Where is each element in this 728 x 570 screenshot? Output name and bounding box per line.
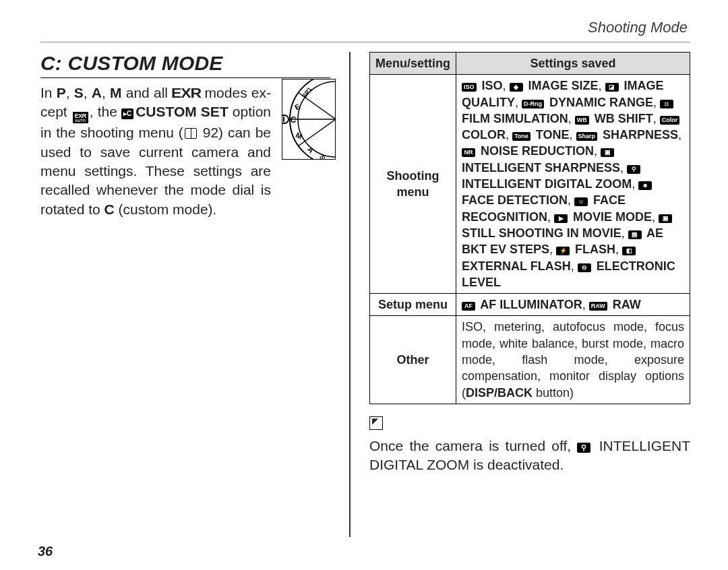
text-sep: , [615, 243, 622, 256]
text-sep: , [549, 243, 556, 256]
setting-label: INTELLI­GENT DIGITAL ZOOM [462, 177, 632, 191]
svg-rect-13 [282, 115, 289, 123]
setting-icon: ☺ [574, 197, 588, 206]
setting-icon: Color [660, 116, 680, 125]
setting-label: WB SHIFT [591, 112, 653, 125]
setting-label: STILL SHOOTING IN MOVIE [462, 226, 621, 240]
mode-c: C [104, 201, 115, 217]
text-sep: , [594, 144, 601, 158]
setting-icon: ◈ [510, 83, 523, 92]
text-sep: , [503, 79, 510, 92]
exr-auto-bot: AUTO [75, 119, 86, 123]
text-sep: , [571, 259, 578, 273]
setting-icon: NR [462, 148, 475, 157]
custom-set-icon: ▸C [121, 108, 133, 119]
text-sep: , [652, 210, 659, 224]
page-ref-icon [185, 128, 197, 139]
setting-label: DYNAMIC RANGE [546, 96, 653, 109]
text-fragment: and all [122, 85, 173, 100]
settings-table: Menu/setting Settings saved Shooting men… [369, 52, 690, 404]
content-columns: C: CUSTOM MODE In P, S, A, M and all EXR… [40, 52, 690, 537]
note-pre: Once the camera is turned off, [369, 438, 577, 453]
note-block: Once the camera is turned off, ⚲ INTELLI… [369, 416, 690, 475]
mode-m: M [110, 85, 122, 100]
text-sep: , [582, 298, 589, 311]
page-number: 36 [38, 544, 53, 559]
exr-logo: EXR [171, 84, 202, 102]
col-header-saved: Settings saved [456, 53, 690, 75]
text-fragment: , the [90, 104, 121, 119]
row-val-shooting: ISO ISO, ◈ IMAGE SIZE, ◪ IMAGE QUAL­ITY,… [456, 75, 690, 294]
setting-icon: ◧ [622, 247, 636, 255]
header-rule [40, 42, 690, 42]
setting-icon: ISO [462, 83, 477, 92]
setting-label: FILM SIMULA­TION [462, 112, 568, 125]
setting-label: EXTERNAL FLASH [462, 259, 571, 273]
text-sep: , [547, 210, 554, 224]
setting-icon: ▣ [659, 214, 672, 223]
page: Shooting Mode C: CUSTOM MODE In P, S, A,… [0, 0, 728, 570]
setting-icon: ▶ [554, 214, 568, 223]
setting-label: AF ILLUMINATOR [477, 298, 582, 311]
text-sep: , [515, 96, 522, 109]
text-sep: , [599, 79, 605, 92]
setting-icon: ◪ [605, 83, 619, 92]
page-ref-number: 92 [198, 125, 218, 140]
section-title: C: CUSTOM MODE [40, 52, 330, 78]
text-sep: , [653, 96, 660, 109]
setting-label: RAW [609, 298, 641, 311]
row-val-other: ISO, metering, autofocus mode, focus mod… [456, 316, 690, 404]
setting-label: FLASH [572, 243, 615, 256]
text-sep: , [568, 193, 574, 207]
setting-icon: ⊖ [578, 263, 591, 272]
running-header: Shooting Mode [40, 19, 690, 36]
text-sep: , [620, 161, 627, 175]
setting-icon: ⚲ [627, 165, 640, 174]
col-header-menu: Menu/setting [370, 53, 456, 75]
text-sep: , [621, 226, 628, 240]
caution-icon [369, 416, 383, 430]
text-sep: , [653, 112, 660, 125]
text-sep: , [678, 128, 681, 141]
disp-back-label: DISP/BACK [466, 386, 533, 400]
svg-text:C: C [291, 115, 297, 125]
mode-a: A [92, 85, 102, 100]
column-divider [349, 52, 351, 537]
custom-set-label: CUSTOM SET [135, 104, 229, 119]
text-fragment: In [40, 85, 57, 100]
text-sep: , [632, 177, 638, 191]
left-column: C: CUSTOM MODE In P, S, A, M and all EXR… [40, 52, 330, 537]
row-key-other: Other [370, 316, 456, 404]
exr-auto-icon: EXRAUTO [73, 112, 88, 123]
text-fragment: , [84, 85, 92, 100]
setting-icon: WB [575, 116, 589, 125]
text-fragment: (custom mode). [115, 201, 217, 217]
setting-label: INTELLIGENT SHARPNESS [462, 161, 620, 175]
setting-label: NOISE REDUCTION [477, 144, 594, 158]
table-row-shooting: Shooting menu ISO ISO, ◈ IMAGE SIZE, ◪ I… [370, 75, 690, 294]
setting-label: FACE DETECTION [462, 193, 568, 207]
mode-p: P [57, 85, 66, 100]
intelligent-zoom-icon: ⚲ [577, 443, 590, 453]
row-val-setup: AF AF ILLUMINATOR, RAW RAW [456, 294, 690, 316]
setting-label: TONE [533, 128, 570, 141]
row-key-shooting: Shooting menu [370, 75, 456, 294]
setting-label: MOVIE MODE [570, 210, 652, 224]
setting-label: COLOR [462, 128, 506, 141]
setting-icon: D-Rng [522, 100, 544, 108]
setting-icon: Tone [512, 132, 530, 141]
setting-icon: ◘ [660, 100, 673, 108]
setting-icon: ▤ [628, 230, 642, 239]
setting-label: IMAGE SIZE [525, 79, 599, 92]
setting-icon: ☻ [638, 181, 652, 190]
setting-icon: RAW [589, 302, 607, 311]
text-sep: , [506, 128, 512, 141]
note-post: is deactivated. [469, 457, 564, 472]
note-text: Once the camera is turned off, ⚲ INTELLI… [369, 437, 690, 475]
table-row-other: Other ISO, metering, autofocus mode, foc… [370, 316, 690, 404]
other-text-post: button) [533, 386, 574, 400]
text-sep: , [570, 128, 576, 141]
right-column: Menu/setting Settings saved Shooting men… [369, 52, 690, 537]
setting-icon: ⚡ [556, 247, 570, 255]
mode-s: S [74, 85, 84, 100]
